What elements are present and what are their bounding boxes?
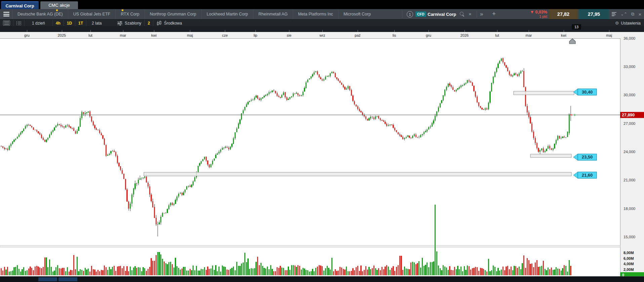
tab-label: CMC akcje [48, 3, 70, 8]
time-axis[interactable]: gru2025lutmarkwimajczelipsiewrzpaźlisgru… [0, 26, 644, 38]
sliders-icon [117, 21, 122, 25]
menu-icon[interactable] [3, 12, 9, 16]
svg-text:23,50: 23,50 [582, 154, 593, 160]
add-tab-icon[interactable]: + [492, 9, 496, 19]
price-level-zones[interactable] [144, 91, 574, 176]
svg-text:33,000: 33,000 [623, 65, 635, 69]
window-controls: ⌄⌃ ⧉ × [612, 9, 641, 19]
svg-text:kwi: kwi [561, 33, 566, 37]
layout-button[interactable] [13, 20, 25, 27]
candlestick-icon [156, 21, 162, 26]
cfd-badge: CFD [415, 11, 426, 17]
svg-text:mar: mar [120, 33, 126, 37]
watchlist-item[interactable]: US Global Jets ETF [68, 9, 115, 19]
down-triangle-icon: ▼ [530, 10, 534, 14]
svg-text:lut: lut [495, 33, 499, 37]
watchlist-item[interactable]: Northrop Grumman Corp [145, 9, 201, 19]
svg-text:2026: 2026 [460, 33, 469, 37]
watchlist-item[interactable]: Meta Platforms Inc [293, 9, 338, 19]
svg-text:maj: maj [606, 33, 612, 37]
candlestick-chart-svg: gru2025lutmarkwimajczelipsiewrzpaźlisgru… [0, 26, 644, 282]
volume-bars [1, 205, 571, 275]
candles [1, 58, 571, 237]
market-depth-icon[interactable] [612, 12, 616, 16]
gear-icon: ⚙ [615, 21, 619, 26]
svg-text:lis: lis [393, 33, 396, 37]
svg-text:6,00M: 6,00M [623, 256, 634, 260]
spread-badge: 13 [572, 24, 581, 30]
scroll-to-latest-marker[interactable] [569, 39, 575, 44]
svg-text:18,000: 18,000 [623, 207, 635, 211]
price-chart[interactable]: gru2025lutmarkwimajczelipsiewrzpaźlisgru… [0, 26, 644, 282]
timeframe-4h[interactable]: 4h [53, 20, 64, 27]
bottom-strip [0, 277, 644, 282]
chevrons-more-icon[interactable]: » [480, 9, 482, 19]
current-price-line: 27,890 [0, 112, 644, 118]
svg-text:sie: sie [287, 33, 291, 37]
watchlist-item[interactable]: Deutsche Bank AG (DE) [12, 9, 68, 19]
search-icon[interactable] [460, 12, 465, 16]
instrument-header-bar: Deutsche Bank AG (DE)US Global Jets ETFR… [0, 9, 644, 19]
svg-text:36,000: 36,000 [623, 36, 635, 40]
tab-cmc-akcje[interactable]: CMC akcje [40, 1, 78, 9]
overlay-button[interactable]: Środkowa [153, 20, 185, 27]
svg-text:paź: paź [355, 33, 361, 37]
watchlist-alert-dot [122, 9, 123, 11]
svg-text:21,000: 21,000 [623, 178, 635, 182]
svg-text:30,40: 30,40 [582, 90, 593, 95]
buy-price-button[interactable]: 27,95 [579, 9, 609, 19]
watchlist-item[interactable]: Microsoft Corp [338, 9, 376, 19]
svg-text:wrz: wrz [319, 33, 325, 37]
layout-grid-icon [16, 21, 21, 25]
drawings-count-button[interactable]: 2 [145, 20, 153, 27]
svg-text:30,000: 30,000 [623, 93, 635, 97]
watchlist-item[interactable]: Rheinmetall AG [253, 9, 293, 19]
watchlist-alert-dot [56, 9, 58, 11]
svg-text:27,890: 27,890 [622, 113, 635, 117]
svg-text:2025: 2025 [58, 33, 66, 37]
svg-text:kwi: kwi [151, 33, 157, 37]
chart-slot-number: 1 [407, 11, 413, 17]
timeframe-1d[interactable]: 1D [64, 20, 75, 27]
svg-text:21,60: 21,60 [582, 173, 593, 178]
popout-icon[interactable]: ⧉ [631, 11, 634, 17]
price-level-badges[interactable]: 30,4023,5021,60 [573, 89, 597, 178]
svg-text:15,000: 15,000 [623, 235, 635, 239]
templates-button[interactable]: Szablony [114, 20, 145, 27]
close-window-icon[interactable]: × [638, 11, 641, 17]
svg-text:gru: gru [426, 33, 431, 37]
svg-text:lip: lip [253, 33, 257, 37]
svg-text:24,000: 24,000 [623, 150, 635, 154]
chart-list-button[interactable] [0, 20, 13, 27]
range-selector[interactable]: 2 lata [86, 20, 107, 27]
period-selector[interactable]: 1 dzień [25, 20, 53, 27]
watchlist-item[interactable]: Lockheed Martin Corp [201, 9, 253, 19]
svg-text:maj: maj [187, 33, 193, 37]
instrument-name: Carnival Corp [428, 9, 456, 19]
watchlist: Deutsche Bank AG (DE)US Global Jets ETFR… [12, 9, 376, 19]
settings-button[interactable]: ⚙ Ustawienia [615, 20, 641, 27]
svg-text:8,00M: 8,00M [623, 251, 634, 255]
svg-text:mar: mar [526, 33, 532, 37]
collapse-icon[interactable]: ⌄⌃ [620, 12, 627, 16]
timeframe-1t[interactable]: 1T [75, 20, 86, 27]
bottom-strip-segment [38, 277, 57, 281]
close-instrument-icon[interactable]: × [469, 9, 472, 19]
svg-text:lut: lut [88, 33, 92, 37]
chart-toolbar: 1 dzień 4h 1D 1T 2 lata Szablony 2 Środk… [0, 19, 644, 27]
watchlist-item[interactable]: RTX Corp [115, 9, 144, 19]
svg-text:gru: gru [24, 33, 30, 37]
tab-label: Carnival Corp [5, 3, 34, 8]
svg-text:2,00M: 2,00M [623, 268, 634, 272]
tab-carnival-corp[interactable]: Carnival Corp [1, 1, 39, 10]
svg-text:cze: cze [222, 33, 228, 37]
svg-text:27,000: 27,000 [623, 121, 635, 126]
svg-text:4,00M: 4,00M [623, 262, 634, 266]
list-icon [3, 21, 10, 26]
document-tab-bar: Carnival Corp CMC akcje [0, 0, 644, 9]
bottom-strip-segment [58, 277, 77, 281]
price-change: ▼ 0,03% 1 pkt [518, 10, 547, 19]
trading-platform-window: Carnival Corp CMC akcje Deutsche Bank AG… [0, 0, 644, 282]
sell-price-button[interactable]: 27,82 [549, 9, 578, 19]
